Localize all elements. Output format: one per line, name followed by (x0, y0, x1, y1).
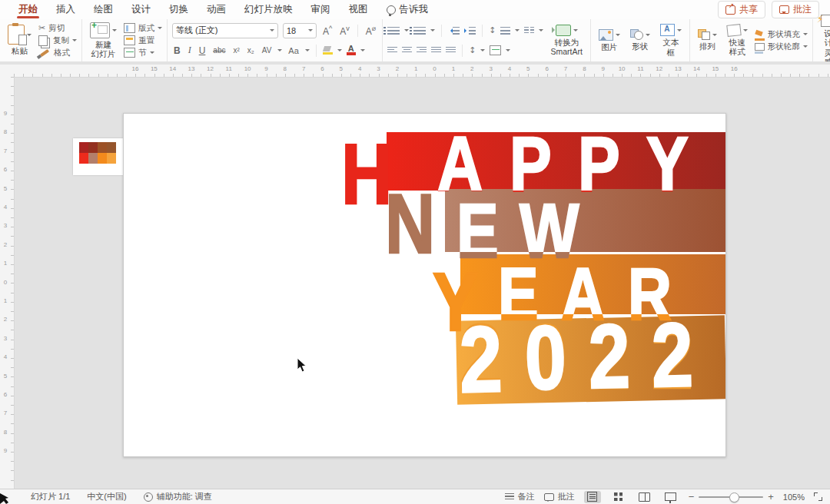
chevron-down-icon[interactable] (404, 29, 409, 34)
menu-tab-2[interactable]: 绘图 (85, 0, 122, 19)
chevron-down-icon[interactable] (150, 51, 154, 56)
chevron-down-icon[interactable] (480, 49, 485, 54)
align-text-icon[interactable] (490, 45, 501, 55)
comments-toggle[interactable]: 批注 (544, 491, 575, 502)
clear-formatting-button[interactable]: A⌀ (364, 25, 377, 37)
superscript-button[interactable]: x² (231, 46, 241, 55)
copy-button[interactable]: 复制 (38, 35, 77, 46)
distribute-icon[interactable] (446, 47, 456, 55)
line-spacing-icon[interactable]: ↕ (489, 26, 496, 35)
chevron-down-icon[interactable] (337, 49, 342, 54)
font-name-select[interactable]: 等线 (正文) (172, 23, 278, 38)
slide-counter[interactable]: 幻灯片 1/1 (31, 491, 70, 502)
menu-tab-5[interactable]: 动画 (198, 0, 235, 19)
chevron-down-icon[interactable] (515, 29, 520, 34)
picture-button[interactable]: 图片 (596, 28, 623, 53)
layout-button[interactable]: 版式 (124, 23, 162, 34)
align-right-icon[interactable] (417, 47, 427, 55)
bullets-icon[interactable] (387, 27, 400, 35)
normal-view-button[interactable] (584, 491, 601, 503)
menu-tab-9[interactable]: 告诉我 (377, 0, 438, 19)
zoom-slider-handle[interactable] (729, 492, 739, 502)
bold-button[interactable]: B (172, 45, 182, 56)
chevron-down-icon[interactable] (27, 34, 32, 38)
menu-tab-0[interactable]: 开始 (9, 0, 47, 19)
underline-button[interactable]: U (198, 45, 208, 56)
change-case-button[interactable]: Aa (287, 46, 300, 55)
chevron-down-icon[interactable] (573, 29, 578, 34)
highlight-color-button[interactable] (323, 46, 333, 55)
numbering-icon[interactable] (413, 27, 426, 35)
italic-button[interactable]: I (187, 45, 193, 56)
chevron-down-icon[interactable] (277, 49, 282, 54)
chevron-down-icon[interactable] (539, 29, 543, 34)
textbox-button[interactable]: 文本框 (657, 22, 685, 58)
pasteboard-image[interactable] (73, 138, 123, 175)
shape-outline-button[interactable]: 形状轮廓 (755, 41, 808, 52)
font-size-select[interactable]: 18 (283, 23, 317, 38)
convert-smartart-button[interactable]: 转换为SmartArt (547, 23, 585, 58)
new-slide-button[interactable]: 新建幻灯片 (87, 21, 120, 60)
fit-slide-icon[interactable] (814, 492, 822, 501)
menu-tab-3[interactable]: 设计 (122, 0, 160, 19)
chevron-down-icon[interactable] (616, 34, 620, 38)
reading-view-button[interactable] (636, 491, 653, 503)
strikethrough-button[interactable]: abc (211, 46, 227, 55)
section-button[interactable]: 节 (124, 48, 162, 58)
language-indicator[interactable]: 中文(中国) (87, 491, 126, 502)
arrange-button[interactable]: 排列 (695, 28, 720, 52)
chevron-down-icon[interactable] (430, 29, 435, 34)
chevron-down-icon[interactable] (712, 34, 717, 38)
shrink-font-button[interactable]: Av (338, 25, 351, 37)
slide[interactable]: HAPPY NEW YEAR 2022 HAPPY NEW YEAR 2022 (123, 113, 726, 457)
align-left-icon[interactable] (387, 47, 397, 55)
design-ideas-button[interactable]: 设计灵感 (818, 13, 830, 67)
menu-tab-1[interactable]: 插入 (47, 0, 85, 19)
cut-button[interactable]: ✂剪切 (38, 23, 77, 34)
decrease-indent-icon[interactable] (448, 27, 460, 35)
share-button[interactable]: 共享 (718, 1, 765, 18)
chevron-down-icon[interactable] (360, 49, 365, 54)
slideshow-button[interactable] (662, 491, 679, 503)
menu-tab-4[interactable]: 切换 (160, 0, 198, 19)
chevron-down-icon[interactable] (305, 49, 310, 54)
chevron-down-icon[interactable] (803, 45, 808, 50)
chevron-down-icon[interactable] (803, 33, 808, 38)
format-painter-button[interactable]: 格式 (38, 48, 77, 58)
columns-icon[interactable] (524, 27, 534, 35)
chevron-down-icon[interactable] (743, 29, 748, 34)
zoom-out-button[interactable]: − (689, 491, 695, 502)
slide-letter: A (437, 134, 483, 191)
chevron-down-icon[interactable] (72, 39, 77, 44)
font-color-button[interactable] (347, 46, 356, 55)
chevron-down-icon[interactable] (677, 29, 682, 34)
paste-button[interactable]: 粘贴 (5, 23, 35, 57)
notes-toggle[interactable]: 备注 (505, 491, 535, 502)
align-center-icon[interactable] (402, 47, 412, 55)
chevron-down-icon[interactable] (112, 29, 117, 34)
zoom-in-button[interactable]: + (768, 491, 774, 502)
increase-indent-icon[interactable] (464, 27, 476, 35)
shapes-button[interactable]: 形状 (627, 28, 653, 52)
text-direction-icon[interactable]: ↕ (469, 46, 476, 55)
zoom-slider[interactable] (699, 496, 763, 498)
smartart-icon (556, 25, 571, 36)
chevron-down-icon[interactable] (646, 34, 650, 38)
menu-tab-6[interactable]: 幻灯片放映 (235, 0, 302, 19)
subscript-button[interactable]: x₂ (246, 46, 256, 55)
grow-font-button[interactable]: A^ (321, 25, 334, 37)
reset-button[interactable]: 重置 (124, 35, 162, 46)
quick-styles-button[interactable]: 快速样式 (724, 23, 751, 58)
accessibility-status[interactable]: 辅助功能: 调查 (144, 491, 212, 502)
menu-tab-7[interactable]: 审阅 (302, 0, 340, 19)
editing-canvas[interactable]: 1615141312111098765432101234567891011121… (0, 61, 830, 489)
comments-button[interactable]: 批注 (772, 1, 819, 18)
shape-fill-button[interactable]: 形状填充 (755, 29, 808, 40)
chevron-down-icon[interactable] (506, 49, 510, 54)
menu-tab-8[interactable]: 视图 (340, 0, 377, 19)
chevron-down-icon[interactable] (158, 27, 162, 32)
zoom-level[interactable]: 105% (783, 492, 805, 502)
character-spacing-button[interactable]: AV (261, 46, 274, 55)
justify-icon[interactable] (431, 47, 441, 55)
slide-sorter-button[interactable] (610, 491, 627, 503)
